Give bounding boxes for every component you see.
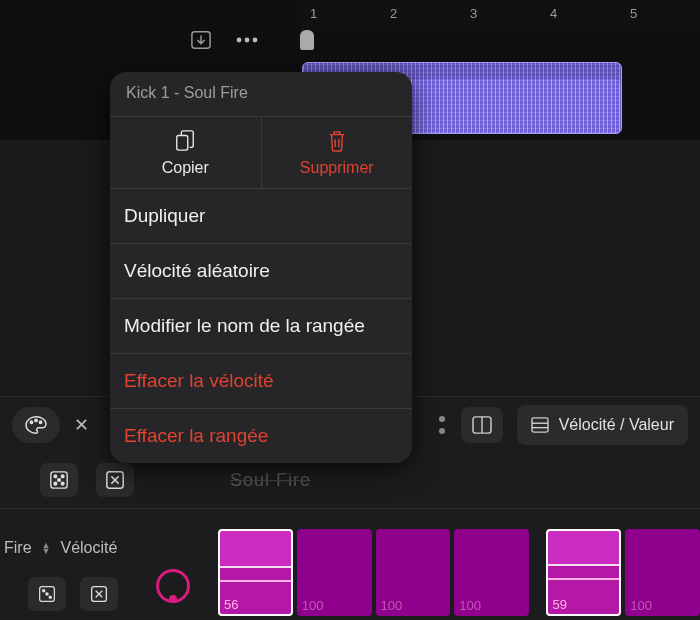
svg-point-17: [61, 482, 64, 485]
menu-item-clear-velocity[interactable]: Effacer la vélocité: [110, 353, 412, 408]
copy-label: Copier: [162, 159, 209, 177]
close-icon[interactable]: ✕: [74, 414, 89, 436]
svg-point-21: [43, 590, 45, 592]
svg-point-7: [39, 421, 41, 423]
bar-number: 4: [550, 6, 557, 21]
more-icon[interactable]: [236, 37, 258, 43]
bar-number: 3: [470, 6, 477, 21]
panel-layout-button[interactable]: [461, 407, 503, 443]
step-cell[interactable]: 100: [454, 529, 529, 616]
import-icon[interactable]: [190, 30, 212, 50]
svg-point-15: [61, 475, 64, 478]
step-cell[interactable]: 100: [376, 529, 451, 616]
step-cell[interactable]: 100: [297, 529, 372, 616]
svg-point-23: [46, 593, 48, 595]
velocity-knob[interactable]: [156, 569, 190, 603]
svg-point-22: [49, 596, 51, 598]
copy-button[interactable]: Copier: [110, 117, 262, 188]
svg-rect-10: [532, 417, 548, 431]
delete-label: Supprimer: [300, 159, 374, 177]
row-header[interactable]: Fire ▲▼ Vélocité: [0, 539, 150, 557]
row-tools: [28, 577, 118, 611]
row-dice-button[interactable]: [28, 577, 66, 611]
step-cell[interactable]: 100: [625, 529, 700, 616]
edit-mode-label: Vélocité / Valeur: [559, 416, 674, 434]
step-value: 100: [459, 598, 481, 613]
step-value: 100: [302, 598, 324, 613]
row-lane-label: Vélocité: [60, 539, 117, 557]
svg-point-16: [54, 482, 57, 485]
step-value: 59: [552, 597, 566, 612]
bar-number: 1: [310, 6, 317, 21]
step-cell[interactable]: 56: [218, 529, 293, 616]
dice-button[interactable]: [40, 463, 78, 497]
bar-number: 5: [630, 6, 637, 21]
row-clear-button[interactable]: [80, 577, 118, 611]
step-value: 100: [630, 598, 652, 613]
region-name-ghost: Soul Fire: [230, 470, 311, 491]
edit-mode-selector[interactable]: Vélocité / Valeur: [517, 405, 688, 445]
svg-point-6: [35, 419, 37, 421]
drag-handle-icon[interactable]: [439, 416, 445, 434]
step-value: 100: [381, 598, 403, 613]
menu-item-clear-row[interactable]: Effacer la rangée: [110, 408, 412, 463]
step-value: 56: [224, 597, 238, 612]
context-menu-title: Kick 1 - Soul Fire: [110, 72, 412, 116]
menu-item-random-velocity[interactable]: Vélocité aléatoire: [110, 243, 412, 298]
svg-point-14: [54, 475, 57, 478]
sort-icon[interactable]: ▲▼: [42, 542, 51, 554]
step-cell[interactable]: 59: [546, 529, 621, 616]
step-cells: 5610010010059100: [218, 529, 700, 616]
menu-item-rename-row[interactable]: Modifier le nom de la rangée: [110, 298, 412, 353]
step-sequencer-row: Fire ▲▼ Vélocité 5610010010059100: [0, 508, 700, 620]
timeline-ruler[interactable]: 1 2 3 4 5: [302, 0, 700, 30]
svg-point-1: [237, 38, 242, 43]
svg-point-18: [58, 479, 61, 482]
delete-button[interactable]: Supprimer: [262, 117, 413, 188]
clear-button[interactable]: [96, 463, 134, 497]
svg-point-3: [253, 38, 258, 43]
svg-rect-4: [177, 135, 188, 150]
svg-point-2: [245, 38, 250, 43]
bar-number: 2: [390, 6, 397, 21]
svg-point-5: [30, 421, 32, 423]
playhead-icon[interactable]: [300, 30, 314, 50]
context-menu-actions-row: Copier Supprimer: [110, 116, 412, 188]
menu-item-duplicate[interactable]: Dupliquer: [110, 188, 412, 243]
palette-button[interactable]: [12, 407, 60, 443]
context-menu: Kick 1 - Soul Fire Copier Supprimer Dupl…: [110, 72, 412, 463]
row-name: Fire: [4, 539, 32, 557]
